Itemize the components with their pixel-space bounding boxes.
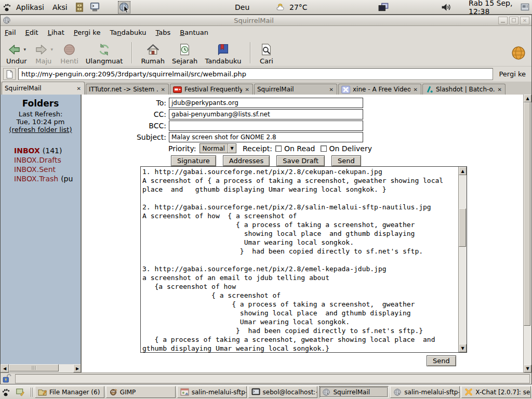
send-button[interactable]: Send — [331, 155, 361, 166]
file-cabinet-launcher-icon[interactable] — [73, 1, 86, 14]
sidebar-horizontal-scrollbar[interactable]: ◀ ▶ — [1, 364, 82, 373]
message-body-textarea[interactable]: 1. http://gabai.sourceforge.net/pix/2.8/… — [141, 167, 458, 352]
terminal-launcher-icon[interactable] — [89, 1, 101, 14]
tab-2[interactable]: ITTutor.net -> Sistem ...✕ — [86, 84, 169, 95]
close-icon[interactable]: ✕ — [329, 87, 334, 92]
tab-1[interactable]: SquirrelMail✕ — [2, 82, 85, 95]
unlocked-padlock-icon[interactable] — [2, 374, 12, 383]
signature-button[interactable]: Signature — [171, 155, 216, 166]
page-icon-button[interactable] — [3, 68, 16, 80]
menu-pergi-ke[interactable]: Pergi ke — [74, 27, 106, 38]
checkbox-on-delivery[interactable] — [321, 145, 327, 152]
task-button-squirrelmail[interactable]: SquirrelMail — [319, 386, 389, 398]
menu-bantuan[interactable]: Bantuan — [180, 27, 214, 38]
save-draft-button[interactable]: Save Draft — [276, 155, 325, 166]
toolbar-sejarah-button[interactable]: Sejarah — [168, 40, 201, 65]
workspace-screens-icon[interactable] — [378, 0, 389, 14]
folder-link[interactable]: INBOX.Trash — [14, 175, 58, 183]
task-button-salin-melalui-sftp-n[interactable]: salin-melalui-sftp-n — [177, 386, 247, 398]
dropdown-arrow-icon[interactable]: ▾ — [24, 47, 26, 52]
toolbar-undur-button[interactable]: ▾Undur — [3, 40, 31, 65]
scroll-up-icon[interactable]: ▲ — [524, 95, 531, 102]
textarea-scrollbar[interactable]: ▲ ▼ — [458, 167, 467, 352]
menu-edit[interactable]: Edit — [25, 27, 44, 38]
scrollbar-track[interactable] — [459, 175, 467, 344]
toolbar-henti-button[interactable]: Henti — [57, 40, 82, 65]
folder-link[interactable]: INBOX.Sent — [14, 165, 56, 174]
refresh-folder-list-link[interactable]: (refresh folder list) — [1, 126, 81, 134]
to-field[interactable] — [169, 98, 363, 108]
taskbar-drag-handle[interactable] — [30, 387, 33, 398]
address-fields: To:CC:BCC:Subject: — [82, 95, 523, 143]
task-button-file-manager-6[interactable]: File Manager (6) — [35, 386, 104, 398]
folder-item[interactable]: INBOX.Trash(pu — [14, 174, 81, 183]
checkbox-on-read[interactable] — [275, 145, 282, 152]
toolbar-tandabuku-button[interactable]: Tandabuku — [201, 40, 245, 65]
web-browser-launcher-icon[interactable] — [118, 1, 130, 14]
task-button-label: salin-melalui-sftp-n — [192, 389, 247, 396]
menu-lihat[interactable]: Lihat — [48, 27, 70, 38]
scrollbar-track[interactable] — [9, 364, 73, 373]
folder-link[interactable]: INBOX.Drafts — [14, 156, 61, 164]
scrollbar-track[interactable] — [524, 102, 531, 365]
tab-6[interactable]: Slashdot | Batch-o...✕ — [422, 84, 506, 95]
search-icon — [259, 43, 273, 57]
minimize-button[interactable] — [498, 17, 508, 24]
weather-applet[interactable]: 27°C — [276, 0, 308, 14]
cc-field[interactable] — [169, 109, 363, 119]
url-input[interactable] — [18, 68, 493, 80]
scrollbar-thumb[interactable] — [524, 102, 530, 326]
task-button-sebol-localhost[interactable]: sebol@localhost:~/ — [248, 386, 318, 398]
tab-3[interactable]: Festival Frequently...✕ — [170, 84, 253, 95]
toolbar-ulangmuat-button[interactable]: Ulangmuat — [82, 40, 127, 65]
keyboard-layout-indicator[interactable]: Deu — [235, 0, 249, 14]
scroll-down-icon[interactable]: ▼ — [459, 344, 467, 352]
page-vertical-scrollbar[interactable]: ▲ ▼ — [523, 95, 531, 373]
task-button-salin-melalui-sftp-n[interactable]: salin-melalui-sftp-n — [390, 386, 460, 398]
tray-window-icon[interactable] — [521, 0, 529, 14]
scrollbar-thumb[interactable] — [459, 208, 466, 247]
maximize-button[interactable] — [509, 17, 518, 24]
subject-field[interactable] — [169, 132, 363, 142]
panel-menu-actions[interactable]: Aksi — [48, 2, 72, 13]
close-icon[interactable]: ✕ — [161, 87, 166, 92]
scrollbar-thumb[interactable] — [9, 364, 59, 371]
task-button-gimp[interactable]: GIMP — [106, 386, 176, 398]
titlebar[interactable]: SquirrelMail ✕ — [1, 15, 531, 26]
go-button[interactable]: Pergi ke — [496, 69, 529, 79]
gnome-foot-icon[interactable] — [2, 2, 12, 12]
close-icon[interactable]: ✕ — [245, 87, 250, 92]
scroll-down-icon[interactable]: ▼ — [524, 365, 531, 373]
tab-5[interactable]: xine - A Free Video ...✕ — [338, 84, 421, 95]
close-icon[interactable]: ✕ — [497, 87, 502, 92]
addresses-button[interactable]: Addresses — [223, 155, 270, 166]
scroll-left-icon[interactable]: ◀ — [1, 364, 9, 373]
panel-menu-applications[interactable]: Aplikasi — [12, 2, 48, 13]
dropdown-arrow-icon[interactable]: ▾ — [51, 47, 54, 52]
toolbar-cari-button[interactable]: Cari — [256, 40, 277, 65]
bcc-field[interactable] — [169, 121, 363, 131]
tab-label: SquirrelMail — [5, 85, 74, 92]
close-button[interactable]: ✕ — [520, 17, 529, 24]
task-button-x-chat-2-0-7-sebol[interactable]: X-Chat [2.0.7]: sebol — [461, 386, 531, 398]
folder-link[interactable]: INBOX — [14, 147, 40, 155]
folder-item[interactable]: INBOX(141) — [14, 146, 81, 155]
menu-tandabuku[interactable]: Tandabuku — [110, 27, 151, 38]
chevron-down-icon[interactable]: ▼ — [228, 144, 236, 153]
tab-4[interactable]: SquirrelMail✕ — [254, 84, 337, 95]
menu-fail[interactable]: Fail — [5, 27, 21, 38]
speaker-icon[interactable] — [441, 0, 453, 14]
gnome-foot-icon[interactable] — [1, 387, 11, 397]
folder-item[interactable]: INBOX.Drafts — [14, 155, 81, 165]
toolbar-rumah-button[interactable]: Rumah — [137, 40, 168, 65]
send-button-bottom[interactable]: Send — [427, 355, 456, 366]
folder-item[interactable]: INBOX.Sent — [14, 165, 81, 174]
toolbar-maju-button[interactable]: ▾Maju — [31, 40, 57, 65]
priority-select[interactable]: Normal ▼ — [200, 143, 236, 153]
show-desktop-icon[interactable] — [14, 386, 26, 398]
menu-tabs[interactable]: Tabs — [156, 27, 176, 38]
close-icon[interactable]: ✕ — [76, 86, 82, 91]
scroll-up-icon[interactable]: ▲ — [459, 167, 467, 175]
scroll-right-icon[interactable]: ▶ — [73, 364, 82, 373]
close-icon[interactable]: ✕ — [413, 87, 418, 92]
